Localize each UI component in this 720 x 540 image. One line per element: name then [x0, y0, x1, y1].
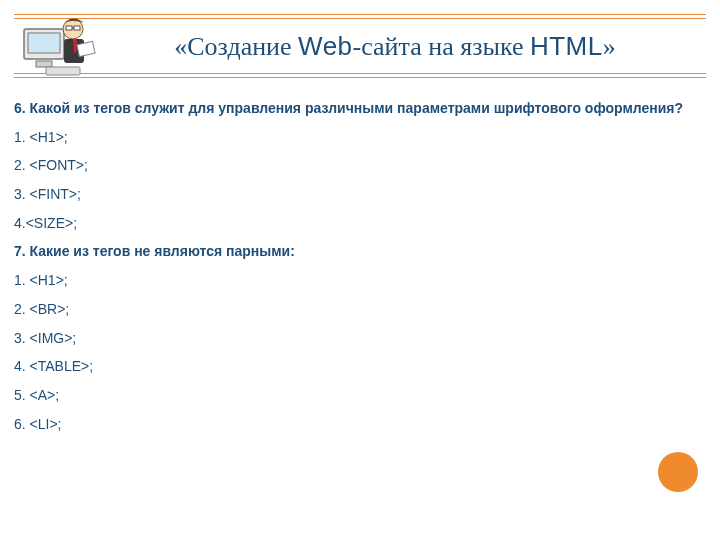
q6-option-3: 3. <FINT>; — [14, 180, 706, 209]
q7-option-4: 4. <TABLE>; — [14, 352, 706, 381]
svg-rect-1 — [28, 33, 60, 53]
q6-option-1: 1. <H1>; — [14, 123, 706, 152]
svg-rect-9 — [77, 41, 95, 56]
title-web: Web — [298, 31, 353, 61]
q6-option-4: 4.<SIZE>; — [14, 209, 706, 238]
title-quote-close: » — [603, 32, 616, 61]
svg-rect-2 — [36, 61, 52, 67]
header-band: «Создание Web-сайта на языке HTML» — [14, 14, 706, 78]
svg-rect-10 — [46, 67, 80, 75]
svg-rect-4 — [66, 26, 72, 30]
q7-option-2: 2. <BR>; — [14, 295, 706, 324]
computer-man-clipart-icon — [18, 9, 96, 87]
slide-title: «Создание Web-сайта на языке HTML» — [14, 31, 706, 62]
title-part1: Создание — [187, 32, 298, 61]
q7-option-1: 1. <H1>; — [14, 266, 706, 295]
q7-option-5: 5. <A>; — [14, 381, 706, 410]
header-rule-top — [14, 18, 706, 19]
corner-accent-circle-icon — [658, 452, 698, 492]
content-area: 6. Какой из тегов служит для управления … — [14, 94, 706, 438]
q7-option-6: 6. <LI>; — [14, 410, 706, 439]
title-quote-open: « — [174, 32, 187, 61]
q7-option-3: 3. <IMG>; — [14, 324, 706, 353]
question-6: 6. Какой из тегов служит для управления … — [14, 94, 706, 123]
q6-option-2: 2. <FONT>; — [14, 151, 706, 180]
svg-rect-5 — [74, 26, 80, 30]
header-rule-bottom — [14, 73, 706, 74]
title-part2: -сайта на языке — [353, 32, 530, 61]
title-html: HTML — [530, 31, 603, 61]
question-7: 7. Какие из тегов не являются парными: — [14, 237, 706, 266]
